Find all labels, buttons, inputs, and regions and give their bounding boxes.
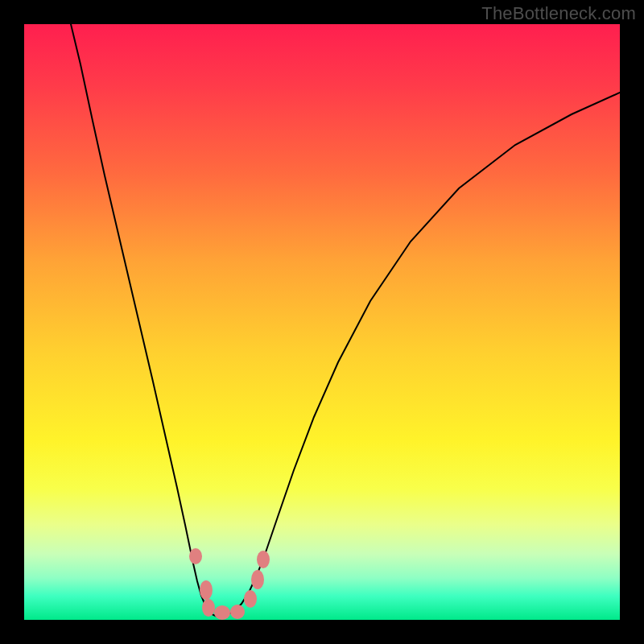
data-marker-4 [230, 605, 245, 619]
data-marker-1 [200, 580, 213, 600]
chart-plot-area [24, 24, 620, 620]
chart-frame: TheBottleneck.com [0, 0, 644, 644]
data-marker-2 [202, 599, 215, 617]
marker-group [189, 548, 270, 620]
data-marker-3 [214, 605, 230, 620]
chart-svg [24, 24, 620, 620]
watermark-text: TheBottleneck.com [481, 3, 636, 24]
curve-group [71, 24, 620, 617]
curve-left-curve [71, 24, 217, 617]
data-marker-7 [257, 551, 270, 568]
data-marker-6 [251, 570, 264, 589]
data-marker-5 [244, 590, 257, 608]
data-marker-0 [189, 548, 202, 564]
curve-right-curve [217, 93, 620, 617]
